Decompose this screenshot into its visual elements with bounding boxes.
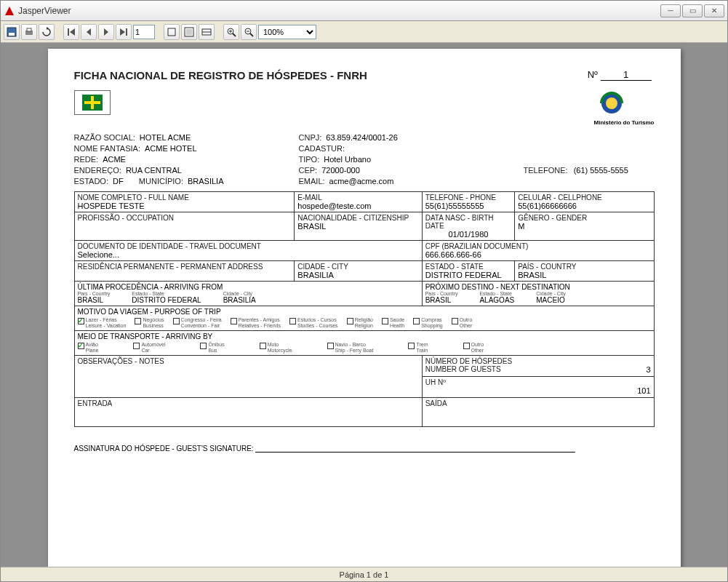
svg-marker-8 — [87, 28, 91, 36]
checkbox-moto — [260, 343, 266, 349]
doc-number: Nº 1 — [588, 69, 652, 81]
svg-line-18 — [233, 33, 236, 36]
svg-rect-27 — [84, 101, 100, 104]
svg-rect-12 — [168, 28, 175, 36]
checkbox-trem — [408, 343, 415, 349]
prev-page-button[interactable] — [81, 24, 97, 40]
app-icon — [4, 5, 15, 17]
last-page-button[interactable] — [116, 24, 132, 40]
maximize-button[interactable]: ▭ — [682, 4, 703, 17]
flag-icon — [74, 90, 111, 115]
zoom-in-button[interactable] — [223, 24, 239, 40]
svg-rect-2 — [9, 33, 15, 36]
svg-marker-0 — [5, 7, 14, 15]
print-button[interactable] — [21, 24, 37, 40]
reload-button[interactable] — [39, 24, 55, 40]
doc-title: FICHA NACIONAL DE REGISTRO DE HÓSPEDES -… — [74, 69, 655, 81]
next-page-button[interactable] — [98, 24, 114, 40]
checkbox-outro-transport — [463, 343, 470, 349]
checkbox-negocios — [135, 318, 141, 324]
svg-line-22 — [250, 33, 253, 36]
svg-marker-9 — [104, 28, 108, 36]
save-button[interactable] — [4, 24, 20, 40]
checkbox-parentes — [231, 318, 237, 324]
toolbar: 100% — [1, 21, 727, 43]
actual-size-button[interactable] — [164, 24, 180, 40]
guest-form-table: NOME COMPLETO - FULL NAMEHOSPEDE TESTE E… — [74, 191, 655, 427]
signature-line: ASSINATURA DO HÓSPEDE - GUEST'S SIGNATUR… — [74, 445, 655, 453]
hotel-info: RAZÃO SOCIAL:HOTEL ACME CNPJ:63.859.424/… — [74, 133, 655, 186]
svg-rect-6 — [68, 28, 69, 36]
window-title: JasperViewer — [18, 6, 660, 16]
transport-checkboxes: Avião Plane Automóvel Car Ônibus Bus Mot… — [78, 342, 651, 354]
minimize-button[interactable]: ─ — [660, 4, 681, 17]
window-controls: ─ ▭ ✕ — [660, 4, 724, 17]
checkbox-onibus — [200, 343, 207, 349]
ministry-seal: Ministério do Turismo — [594, 90, 655, 126]
checkbox-lazer — [78, 318, 84, 324]
fit-page-button[interactable] — [181, 24, 197, 40]
app-window: JasperViewer ─ ▭ ✕ 100% FICHA NACIONAL D… — [0, 0, 728, 582]
titlebar: JasperViewer ─ ▭ ✕ — [1, 1, 727, 21]
zoom-out-button[interactable] — [241, 24, 257, 40]
page-status: Página 1 de 1 — [340, 570, 389, 579]
checkbox-estudos — [289, 318, 296, 324]
svg-rect-11 — [126, 28, 127, 36]
checkbox-outro-purpose — [452, 318, 458, 324]
report-page: FICHA NACIONAL DE REGISTRO DE HÓSPEDES -… — [48, 49, 681, 567]
statusbar: Página 1 de 1 — [1, 567, 727, 581]
svg-marker-7 — [70, 28, 75, 36]
first-page-button[interactable] — [63, 24, 79, 40]
checkbox-compras — [413, 318, 420, 324]
svg-rect-4 — [27, 28, 31, 31]
checkbox-saude — [382, 318, 388, 324]
svg-point-29 — [606, 97, 617, 109]
svg-marker-10 — [120, 28, 125, 36]
checkbox-auto — [133, 343, 140, 349]
close-button[interactable]: ✕ — [704, 4, 724, 17]
header-row: Ministério do Turismo — [74, 90, 655, 126]
checkbox-religiao — [347, 318, 353, 324]
checkbox-congresso — [173, 318, 180, 324]
checkbox-aviao — [78, 343, 84, 349]
svg-rect-14 — [186, 29, 192, 35]
zoom-select[interactable]: 100% — [258, 25, 316, 39]
report-viewport[interactable]: FICHA NACIONAL DE REGISTRO DE HÓSPEDES -… — [1, 43, 727, 567]
checkbox-navio — [327, 343, 334, 349]
fit-width-button[interactable] — [199, 24, 215, 40]
page-number-input[interactable] — [133, 25, 155, 39]
purpose-checkboxes: Lazer - Férias Leisure - Vacation Negóci… — [78, 317, 651, 329]
